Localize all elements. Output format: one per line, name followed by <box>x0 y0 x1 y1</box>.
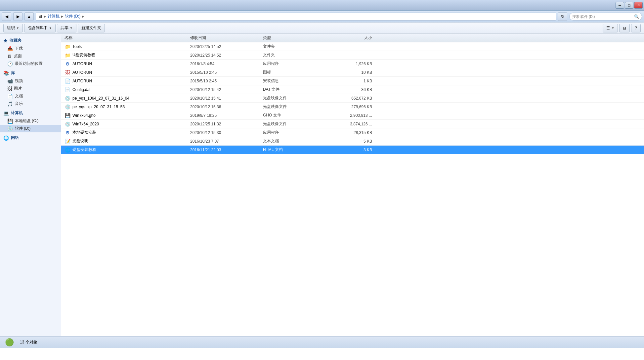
share-button[interactable]: 共享 ▼ <box>57 24 76 32</box>
search-bar[interactable]: 🔍 <box>569 13 642 21</box>
view-options-button[interactable]: ☰ ▼ <box>603 24 618 32</box>
file-name-cell: 💿 pe_yqs_xp_20_07_31_15_53 <box>64 104 190 110</box>
file-list: 📁 Tools 2020/12/25 14:52 文件夹 📁 U盘安装教程 20… <box>61 42 644 154</box>
file-name-cell: 💿 pe_yqs_1064_20_07_31_16_04 <box>64 95 190 101</box>
file-name: Win7x64.gho <box>72 113 96 118</box>
up-button[interactable]: ▲ <box>24 12 34 21</box>
table-row[interactable]: 📝 光盘说明 2016/10/23 7:07 文本文档 5 KB <box>61 137 644 146</box>
table-row[interactable]: 💿 pe_yqs_1064_20_07_31_16_04 2020/10/12 … <box>61 94 644 103</box>
breadcrumb-drive[interactable]: 软件 (D:) <box>65 14 80 19</box>
breadcrumb-computer[interactable]: 计算机 <box>48 14 60 19</box>
file-name-cell: 💿 Win7x64_2020 <box>64 121 190 127</box>
col-header-name[interactable]: 名称 <box>64 35 190 41</box>
documents-icon: 📄 <box>7 94 13 99</box>
table-row[interactable]: 📄 Config.dat 2020/10/12 15:42 DAT 文件 36 … <box>61 85 644 94</box>
computer-header[interactable]: 💻 计算机 <box>0 109 61 117</box>
file-size: 3,874,126 ... <box>322 122 372 126</box>
file-name: U盘安装教程 <box>72 52 95 58</box>
file-name: AUTORUN <box>72 79 92 83</box>
col-header-size[interactable]: 大小 <box>322 35 372 41</box>
col-header-type[interactable]: 类型 <box>263 35 322 41</box>
breadcrumb: 🖥 ▶ 计算机 ▶ 软件 (D:) ▶ <box>36 13 556 21</box>
desktop-icon: 🖥 <box>7 54 12 59</box>
close-button[interactable]: ✕ <box>634 2 643 9</box>
col-header-date[interactable]: 修改日期 <box>190 35 263 41</box>
computer-section: 💻 计算机 💾 本地磁盘 (C:) 💿 软件 (D:) <box>0 109 61 132</box>
file-name: 硬盘安装教程 <box>72 147 96 153</box>
table-row[interactable]: 🌐 硬盘安装教程 2016/11/21 22:03 HTML 文档 3 KB <box>61 146 644 154</box>
new-folder-button[interactable]: 新建文件夹 <box>78 24 105 32</box>
file-type: 安装信息 <box>263 78 322 84</box>
back-button[interactable]: ◀ <box>2 12 11 21</box>
file-type: HTML 文档 <box>263 147 322 153</box>
statusbar: 🟢 13 个对象 <box>0 336 644 348</box>
favorites-section: ★ 收藏夹 📥 下载 🖥 桌面 🕐 最近访问的位置 <box>0 36 61 68</box>
view-arrow: ▼ <box>611 26 614 30</box>
file-name: AUTORUN <box>72 62 92 66</box>
share-label: 共享 <box>61 25 68 31</box>
table-row[interactable]: 📄 AUTORUN 2015/5/10 2:45 安装信息 1 KB <box>61 77 644 85</box>
file-type: 应用程序 <box>263 61 322 67</box>
include-library-button[interactable]: 包含到库中 ▼ <box>24 24 56 32</box>
file-icon: ⚙ <box>64 61 70 67</box>
table-row[interactable]: 💾 Win7x64.gho 2019/9/7 19:25 GHO 文件 2,90… <box>61 111 644 120</box>
table-row[interactable]: 💿 Win7x64_2020 2020/12/25 11:32 光盘映像文件 3… <box>61 120 644 128</box>
column-headers: 名称 修改日期 类型 大小 <box>61 34 644 42</box>
sidebar-item-music[interactable]: 🎵 音乐 <box>0 100 61 108</box>
sidebar-item-recent[interactable]: 🕐 最近访问的位置 <box>0 60 61 68</box>
refresh-icon: ↻ <box>561 14 564 19</box>
table-row[interactable]: ⚙ AUTORUN 2016/1/8 4:54 应用程序 1,926 KB <box>61 60 644 68</box>
table-row[interactable]: 📁 Tools 2020/12/25 14:52 文件夹 <box>61 42 644 51</box>
refresh-button[interactable]: ↻ <box>558 12 567 21</box>
network-header[interactable]: 🌐 网络 <box>0 134 61 142</box>
library-header[interactable]: 📚 库 <box>0 69 61 77</box>
breadcrumb-icon: 🖥 <box>38 14 42 19</box>
network-icon: 🌐 <box>3 135 9 141</box>
file-icon: 📄 <box>64 87 70 93</box>
library-icon: 📚 <box>3 70 9 76</box>
file-date: 2016/10/23 7:07 <box>190 139 263 144</box>
forward-button[interactable]: ▶ <box>13 12 22 21</box>
preview-pane-button[interactable]: ⊟ <box>619 24 630 32</box>
search-input[interactable] <box>572 15 633 19</box>
favorites-header[interactable]: ★ 收藏夹 <box>0 36 61 45</box>
help-button[interactable]: ? <box>631 24 641 32</box>
minimize-button[interactable]: ─ <box>616 2 624 9</box>
sidebar-item-download[interactable]: 📥 下载 <box>0 45 61 52</box>
file-name: pe_yqs_xp_20_07_31_15_53 <box>72 105 125 109</box>
file-name-cell: 🌐 硬盘安装教程 <box>64 147 190 153</box>
sidebar-item-pictures-label: 图片 <box>14 86 22 91</box>
sidebar-item-video[interactable]: 📹 视频 <box>0 77 61 85</box>
titlebar: ─ □ ✕ <box>0 0 644 11</box>
file-type: 光盘映像文件 <box>263 104 322 110</box>
breadcrumb-sep-0: ▶ <box>44 15 46 18</box>
file-type: 文件夹 <box>263 52 322 58</box>
file-icon: 📄 <box>64 78 70 84</box>
file-date: 2020/12/25 14:52 <box>190 44 263 49</box>
table-row[interactable]: 🖼 AUTORUN 2015/5/10 2:45 图标 10 KB <box>61 68 644 77</box>
table-row[interactable]: 📁 U盘安装教程 2020/12/25 14:52 文件夹 <box>61 51 644 60</box>
network-section: 🌐 网络 <box>0 134 61 142</box>
computer-label: 计算机 <box>11 110 23 116</box>
file-name: pe_yqs_1064_20_07_31_16_04 <box>72 96 129 101</box>
table-row[interactable]: 💿 pe_yqs_xp_20_07_31_15_53 2020/10/12 15… <box>61 103 644 111</box>
organize-button[interactable]: 组织 ▼ <box>3 24 23 32</box>
file-name: Tools <box>72 44 82 49</box>
file-name-cell: 📝 光盘说明 <box>64 138 190 144</box>
sidebar-item-d-drive[interactable]: 💿 软件 (D:) <box>0 125 61 132</box>
video-icon: 📹 <box>7 78 13 84</box>
sidebar-item-c-drive[interactable]: 💾 本地磁盘 (C:) <box>0 117 61 125</box>
sidebar-item-pictures[interactable]: 🖼 图片 <box>0 85 61 92</box>
file-size: 36 KB <box>322 87 372 92</box>
maximize-button[interactable]: □ <box>625 2 633 9</box>
sidebar-item-desktop[interactable]: 🖥 桌面 <box>0 52 61 60</box>
library-label: 库 <box>11 70 15 76</box>
file-type: 文本文档 <box>263 138 322 144</box>
sidebar: ★ 收藏夹 📥 下载 🖥 桌面 🕐 最近访问的位置 📚 库 <box>0 34 61 336</box>
organize-label: 组织 <box>7 25 15 31</box>
table-row[interactable]: ⚙ 本地硬盘安装 2020/10/12 15:30 应用程序 28,315 KB <box>61 128 644 137</box>
empty-area <box>61 154 644 287</box>
sidebar-item-documents[interactable]: 📄 文档 <box>0 92 61 100</box>
file-name: Config.dat <box>72 87 91 92</box>
include-library-arrow: ▼ <box>49 26 52 30</box>
